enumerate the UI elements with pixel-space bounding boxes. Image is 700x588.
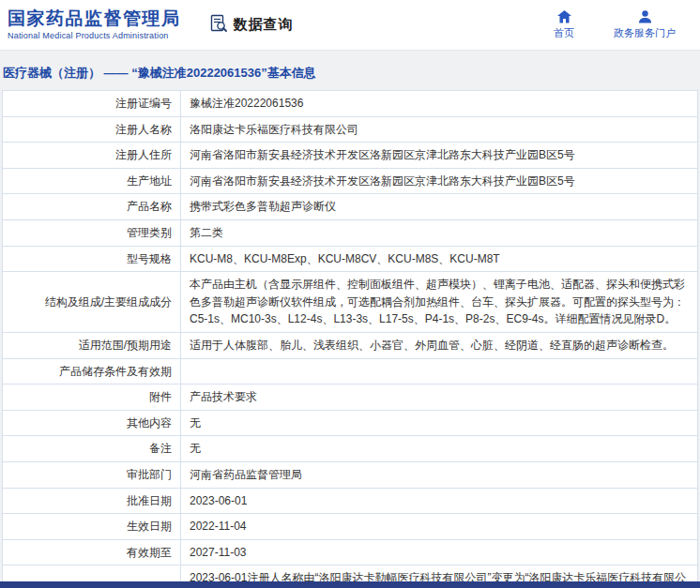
- row-label: 管理类别: [3, 219, 181, 246]
- row-label: 结构及组成/主要组成成分: [3, 272, 181, 333]
- nav-home-label: 首页: [554, 26, 574, 40]
- row-value: 适用于人体腹部、胎儿、浅表组织、小器官、外周血管、心脏、经阴道、经直肠的超声诊断…: [181, 332, 698, 358]
- header-nav: 首页 政务服务门户: [554, 10, 689, 40]
- table-row: 生效日期 2022-11-04: [3, 514, 698, 540]
- row-label: 附件: [3, 384, 181, 411]
- row-value: 2022-11-04: [181, 514, 698, 540]
- table-row: 批准日期 2023-06-01: [3, 488, 698, 514]
- nav-portal-label: 政务服务门户: [614, 26, 676, 40]
- row-label: 注册人住所: [3, 143, 181, 169]
- row-value: 无: [181, 436, 698, 462]
- row-label: 生产地址: [3, 168, 181, 194]
- row-label: 产品储存条件及有效期: [3, 358, 181, 384]
- home-icon: [557, 10, 571, 23]
- row-value: 河南省洛阳市新安县经济技术开发区洛新园区京津北路东大科技产业园B区5号: [181, 168, 698, 194]
- row-value: 洛阳康达卡乐福医疗科技有限公司: [181, 116, 698, 143]
- data-query-module[interactable]: 数据查询: [209, 14, 294, 37]
- table-row: 有效期至 2027-11-03: [3, 539, 698, 565]
- row-label: 其他内容: [3, 410, 181, 436]
- footer-bar: [0, 581, 700, 588]
- row-label: 注册人名称: [3, 116, 181, 143]
- table-row: 产品名称 携带式彩色多普勒超声诊断仪: [3, 194, 698, 220]
- table-row: 管理类别 第二类: [3, 219, 698, 246]
- nav-portal[interactable]: 政务服务门户: [614, 10, 676, 40]
- table-row: 备注 无: [3, 436, 698, 462]
- user-icon: [638, 10, 652, 23]
- table-row: 产品储存条件及有效期: [3, 358, 698, 384]
- row-value: 2023-06-01: [181, 488, 698, 514]
- row-label: 有效期至: [3, 539, 181, 565]
- table-row: 适用范围/预期用途 适用于人体腹部、胎儿、浅表组织、小器官、外周血管、心脏、经阴…: [3, 332, 698, 358]
- row-value: 本产品由主机（含显示屏组件、控制面板组件、超声模块）、锂离子电池、适配器、探头和…: [181, 272, 698, 333]
- module-title: 数据查询: [234, 16, 294, 34]
- row-value: 豫械注准20222061536: [181, 91, 698, 117]
- table-row: 其他内容 无: [3, 410, 698, 436]
- table-row: 型号规格 KCU-M8、KCU-M8Exp、KCU-M8CV、KCU-M8S、K…: [3, 246, 698, 272]
- data-query-icon: [209, 14, 228, 37]
- row-value: 河南省药品监督管理局: [181, 461, 698, 488]
- table-row: 审批部门 河南省药品监督管理局: [3, 461, 698, 488]
- row-label: 产品名称: [3, 194, 181, 220]
- org-name-en: National Medical Products Administration: [8, 31, 181, 40]
- row-value: 产品技术要求: [181, 384, 698, 411]
- org-name-cn: 国家药品监督管理局: [8, 9, 181, 29]
- row-value: 河南省洛阳市新安县经济技术开发区洛新园区京津北路东大科技产业园B区5号: [181, 143, 698, 169]
- row-value: KCU-M8、KCU-M8Exp、KCU-M8CV、KCU-M8S、KCU-M8…: [181, 246, 698, 272]
- row-label: 审批部门: [3, 461, 181, 488]
- header: 国家药品监督管理局 National Medical Products Admi…: [0, 0, 700, 51]
- row-label: 生效日期: [3, 514, 181, 540]
- row-value: 无: [181, 410, 698, 436]
- row-value: [181, 358, 698, 384]
- row-label: 适用范围/预期用途: [3, 332, 181, 358]
- row-value: 第二类: [181, 219, 698, 246]
- registration-info-table: 注册证编号 豫械注准20222061536 注册人名称 洛阳康达卡乐福医疗科技有…: [2, 90, 698, 588]
- row-label: 备注: [3, 436, 181, 462]
- table-row: 注册证编号 豫械注准20222061536: [3, 91, 698, 117]
- row-label: 型号规格: [3, 246, 181, 272]
- nav-home[interactable]: 首页: [554, 10, 574, 40]
- row-label: 批准日期: [3, 488, 181, 514]
- row-label: 注册证编号: [3, 91, 181, 117]
- table-row: 注册人名称 洛阳康达卡乐福医疗科技有限公司: [3, 116, 698, 143]
- row-value: 2027-11-03: [181, 539, 698, 565]
- site-logo[interactable]: 国家药品监督管理局 National Medical Products Admi…: [8, 9, 181, 41]
- breadcrumb: 医疗器械（注册） —— “豫械注准20222061536”基本信息: [0, 51, 700, 90]
- table-row: 生产地址 河南省洛阳市新安县经济技术开发区洛新园区京津北路东大科技产业园B区5号: [3, 168, 698, 194]
- table-row: 附件 产品技术要求: [3, 384, 698, 411]
- table-row: 注册人住所 河南省洛阳市新安县经济技术开发区洛新园区京津北路东大科技产业园B区5…: [3, 143, 698, 169]
- row-value: 携带式彩色多普勒超声诊断仪: [181, 194, 698, 220]
- table-row: 结构及组成/主要组成成分 本产品由主机（含显示屏组件、控制面板组件、超声模块）、…: [3, 272, 698, 333]
